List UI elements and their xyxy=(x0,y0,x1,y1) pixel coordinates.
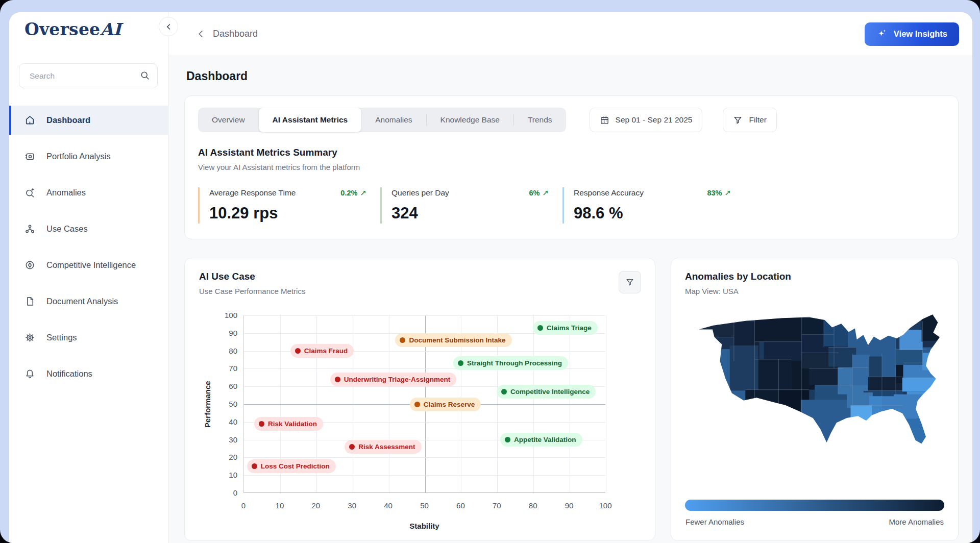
date-range-button[interactable]: Sep 01 - Sep 21 2025 xyxy=(590,108,703,132)
point-label: Appetite Validation xyxy=(514,436,576,443)
filter-button[interactable]: Filter xyxy=(723,108,776,132)
point-dot xyxy=(414,402,420,407)
use-cases-icon xyxy=(24,224,35,234)
sidebar-item-notifications[interactable]: Notifications xyxy=(9,359,168,388)
point-dot xyxy=(501,389,507,394)
point-label: Claims Fraud xyxy=(304,347,348,355)
legend-low-label: Fewer Anomalies xyxy=(685,517,744,526)
summary-title: AI Assistant Metrics Summary xyxy=(198,147,945,158)
sidebar-collapse-button[interactable] xyxy=(159,17,178,36)
point-dot xyxy=(505,437,510,442)
topbar: Dashboard View Insights xyxy=(168,12,972,56)
y-tick-label: 90 xyxy=(216,329,237,337)
chart-point-risk-validation[interactable]: Risk Validation xyxy=(254,417,323,431)
chart-point-appetite-validation[interactable]: Appetite Validation xyxy=(500,433,582,447)
trend-up-icon: ↗ xyxy=(724,188,731,197)
metric-value: 10.29 rps xyxy=(209,204,380,223)
sidebar-item-label: Portfolio Analysis xyxy=(46,152,111,161)
y-tick-label: 20 xyxy=(216,453,237,461)
chart-point-underwriting-triage-assignment[interactable]: Underwriting Triage-Assignment xyxy=(330,373,457,386)
chart-point-loss-cost-prediction[interactable]: Loss Cost Prediction xyxy=(247,459,336,473)
brand-logo: OverseeAI xyxy=(24,19,168,39)
sidebar-nav: DashboardPortfolio AnalysisAnomaliesUse … xyxy=(9,106,168,388)
usa-map[interactable] xyxy=(685,307,944,469)
metric-response-accuracy: Response Accuracy83%↗98.6 % xyxy=(562,187,745,224)
metric-label: Queries per Day xyxy=(391,188,449,198)
chart-point-risk-assessment[interactable]: Risk Assessment xyxy=(345,440,421,454)
metric-delta: 0.2%↗ xyxy=(340,188,366,198)
sidebar: OverseeAI DashboardPortfolio AnalysisAno… xyxy=(9,12,168,543)
app-window: OverseeAI DashboardPortfolio AnalysisAno… xyxy=(9,12,972,543)
brand-name: Oversee xyxy=(24,19,100,39)
x-tick-label: 70 xyxy=(485,501,508,510)
chart-point-straight-through-processing[interactable]: Straight Through Processing xyxy=(453,356,568,370)
bell-icon xyxy=(24,368,35,379)
search-input[interactable] xyxy=(19,63,158,88)
tab-ai-assistant-metrics[interactable]: AI Assistant Metrics xyxy=(259,108,362,132)
y-tick-label: 50 xyxy=(216,400,237,408)
view-insights-button[interactable]: View Insights xyxy=(865,22,959,46)
tab-anomalies[interactable]: Anomalies xyxy=(361,108,426,132)
sidebar-item-competitive-intelligence[interactable]: Competitive Intelligence xyxy=(9,251,168,280)
point-label: Underwriting Triage-Assignment xyxy=(344,376,451,383)
point-dot xyxy=(252,463,257,469)
sidebar-item-portfolio-analysis[interactable]: Portfolio Analysis xyxy=(9,142,168,171)
sidebar-item-settings[interactable]: Settings xyxy=(9,323,168,352)
tab-trends[interactable]: Trends xyxy=(514,108,566,132)
y-tick-label: 30 xyxy=(216,435,237,444)
point-dot xyxy=(400,337,405,343)
chart-filter-button[interactable] xyxy=(619,271,641,293)
sidebar-item-label: Document Analysis xyxy=(46,297,118,306)
gridline-vertical xyxy=(606,315,606,492)
sidebar-item-document-analysis[interactable]: Document Analysis xyxy=(9,287,168,316)
sidebar-item-use-cases[interactable]: Use Cases xyxy=(9,214,168,243)
summary-subtitle: View your AI Assistant metrics from the … xyxy=(198,163,945,171)
tab-knowledge-base[interactable]: Knowledge Base xyxy=(427,108,513,132)
calendar-icon xyxy=(600,115,609,125)
breadcrumb: Dashboard xyxy=(196,29,258,39)
anomalies-map-card: Anomalies by Location Map View: USA xyxy=(671,258,959,541)
chart-point-claims-reserve[interactable]: Claims Reserve xyxy=(410,398,481,411)
metric-delta: 6%↗ xyxy=(529,188,549,198)
y-axis-label: Performance xyxy=(203,315,212,493)
metrics-row: Average Response Time0.2%↗10.29 rpsQueri… xyxy=(198,187,945,224)
metric-label: Response Accuracy xyxy=(574,188,644,198)
map-subtitle: Map View: USA xyxy=(685,287,944,295)
legend-high-label: More Anomalies xyxy=(889,517,944,526)
funnel-icon xyxy=(625,278,634,287)
x-tick-label: 0 xyxy=(232,501,255,510)
gridline-horizontal xyxy=(244,457,605,458)
anomaly-scan-icon xyxy=(24,187,35,198)
sidebar-item-anomalies[interactable]: Anomalies xyxy=(9,178,168,207)
chart-point-document-submission-intake[interactable]: Document Submission Intake xyxy=(395,333,511,347)
x-tick-label: 50 xyxy=(413,501,436,510)
chart-point-claims-fraud[interactable]: Claims Fraud xyxy=(290,344,354,358)
point-dot xyxy=(458,360,463,366)
gridline-horizontal xyxy=(244,315,605,316)
chart-point-claims-triage[interactable]: Claims Triage xyxy=(533,321,598,335)
metric-value: 324 xyxy=(391,204,562,223)
tab-group: OverviewAI Assistant MetricsAnomaliesKno… xyxy=(198,108,566,132)
metric-delta: 83%↗ xyxy=(707,188,731,198)
settings-icon xyxy=(24,332,35,343)
home-icon xyxy=(24,115,35,126)
chart-title: AI Use Case xyxy=(199,271,641,282)
main-area: Dashboard View Insights Dashboard Overvi… xyxy=(168,12,972,543)
chart-point-competitive-intelligence[interactable]: Competitive Intelligence xyxy=(497,385,596,399)
sidebar-item-dashboard[interactable]: Dashboard xyxy=(9,106,168,135)
map-title: Anomalies by Location xyxy=(685,271,944,282)
tab-overview[interactable]: Overview xyxy=(198,108,259,132)
breadcrumb-back-icon[interactable] xyxy=(196,29,206,39)
sidebar-item-label: Notifications xyxy=(46,369,92,379)
competitive-icon xyxy=(24,260,35,270)
trend-up-icon: ↗ xyxy=(360,188,366,197)
x-tick-label: 40 xyxy=(377,501,400,510)
point-dot xyxy=(295,348,301,354)
legend-labels: Fewer Anomalies More Anomalies xyxy=(685,517,944,526)
x-axis-label: Stability xyxy=(243,522,605,530)
point-label: Claims Triage xyxy=(547,324,592,332)
point-label: Competitive Intelligence xyxy=(510,388,590,396)
x-tick-label: 60 xyxy=(449,501,472,510)
point-label: Claims Reserve xyxy=(424,401,475,408)
funnel-icon xyxy=(733,115,743,125)
